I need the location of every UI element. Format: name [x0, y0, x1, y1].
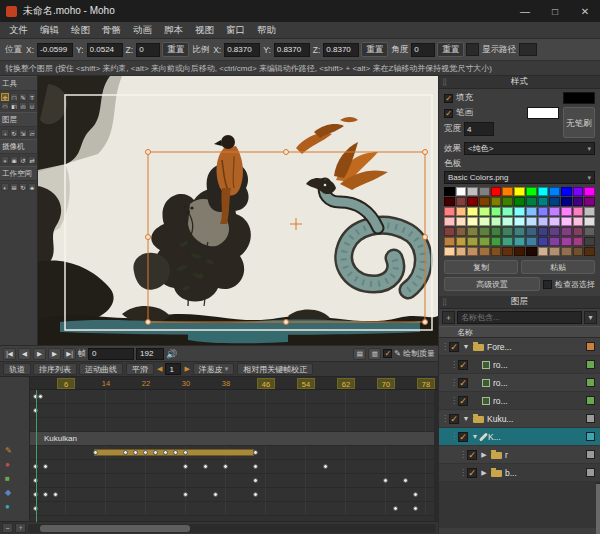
- keyframe[interactable]: [413, 506, 418, 511]
- timeline-channel-row[interactable]: [30, 460, 438, 474]
- palette-swatch[interactable]: [549, 217, 560, 226]
- timeline-channel-row[interactable]: [30, 390, 438, 404]
- filter-options-button[interactable]: ▾: [584, 311, 597, 324]
- palette-swatch[interactable]: [514, 197, 525, 206]
- keyframe[interactable]: [223, 464, 228, 469]
- step-back-button[interactable]: ◀: [18, 348, 31, 360]
- palette-swatch[interactable]: [467, 187, 478, 196]
- layer-color-chip[interactable]: [586, 432, 595, 441]
- palette-swatch[interactable]: [456, 207, 467, 216]
- palette-swatch[interactable]: [444, 247, 455, 256]
- palette-swatch[interactable]: [538, 247, 549, 256]
- palette-swatch[interactable]: [444, 237, 455, 246]
- palette-swatch[interactable]: [561, 247, 572, 256]
- camera-zoom-tool[interactable]: ◉: [10, 156, 18, 164]
- layer-color-chip[interactable]: [586, 342, 595, 351]
- keyframe[interactable]: [43, 492, 48, 497]
- menu-item[interactable]: 脚本: [158, 23, 189, 38]
- keyframe[interactable]: [133, 450, 138, 455]
- no-brush-button[interactable]: 无笔刷: [563, 107, 595, 138]
- bone-channel-icon[interactable]: ●: [5, 502, 10, 512]
- pen-tool[interactable]: ✎: [19, 93, 27, 101]
- visibility-checkbox[interactable]: ✓: [449, 414, 459, 424]
- keyframe[interactable]: [383, 478, 388, 483]
- relative-keyframes-button[interactable]: 相对用关键帧校正: [237, 363, 313, 375]
- palette-swatch[interactable]: [479, 227, 490, 236]
- position-y-field[interactable]: [87, 43, 123, 57]
- canvas[interactable]: [38, 76, 438, 345]
- timeline-display-toggle-1[interactable]: ▤: [353, 348, 366, 360]
- layer-translate-tool[interactable]: ＋: [1, 129, 9, 137]
- layer-row[interactable]: ⋮✓▼K...: [439, 428, 600, 446]
- paste-style-button[interactable]: 粘贴: [521, 260, 595, 274]
- palette-swatch[interactable]: [561, 237, 572, 246]
- layer-row[interactable]: ⋮✓ro...: [439, 374, 600, 392]
- layer-color-chip[interactable]: [586, 450, 595, 459]
- palette-swatch[interactable]: [456, 217, 467, 226]
- position-x-field[interactable]: [37, 43, 73, 57]
- play-button[interactable]: ▶: [33, 348, 46, 360]
- layer-row[interactable]: ⋮✓ro...: [439, 356, 600, 374]
- reset-angle-button[interactable]: 重置: [437, 42, 464, 57]
- keyframe[interactable]: [403, 478, 408, 483]
- palette-swatch[interactable]: [584, 197, 595, 206]
- palette-swatch[interactable]: [526, 237, 537, 246]
- drag-handle-icon[interactable]: ⋮: [450, 396, 455, 405]
- effect-dropdown[interactable]: <纯色> ▾: [464, 142, 595, 155]
- palette-swatch[interactable]: [444, 197, 455, 206]
- timeline-tab[interactable]: 运动曲线: [79, 363, 123, 375]
- palette-swatch[interactable]: [549, 227, 560, 236]
- palette-swatch[interactable]: [467, 247, 478, 256]
- palette-swatch[interactable]: [526, 207, 537, 216]
- layer-row[interactable]: ⋮✓▶b...: [439, 464, 600, 482]
- palette-swatch[interactable]: [479, 217, 490, 226]
- palette-swatch[interactable]: [456, 197, 467, 206]
- palette-swatch[interactable]: [584, 247, 595, 256]
- layer-row[interactable]: ⋮✓ro...: [439, 392, 600, 410]
- camera-roll-tool[interactable]: ↺: [19, 156, 27, 164]
- keyframe[interactable]: [93, 450, 98, 455]
- hscroll-thumb[interactable]: [40, 525, 190, 532]
- rotation-channel-icon[interactable]: ●: [5, 460, 10, 470]
- palette-swatch[interactable]: [549, 247, 560, 256]
- palette-swatch[interactable]: [514, 187, 525, 196]
- palette-swatch[interactable]: [561, 217, 572, 226]
- visibility-checkbox[interactable]: ✓: [467, 468, 477, 478]
- palette-swatch[interactable]: [479, 237, 490, 246]
- inspector-select-checkbox[interactable]: [543, 280, 552, 289]
- palette-swatch[interactable]: [561, 207, 572, 216]
- menu-item[interactable]: 视图: [189, 23, 220, 38]
- keyframe[interactable]: [143, 450, 148, 455]
- palette-swatch[interactable]: [514, 237, 525, 246]
- text-tool[interactable]: T: [28, 93, 36, 101]
- timeline-channel-row[interactable]: [30, 446, 438, 460]
- palette-swatch[interactable]: [444, 187, 455, 196]
- layer-filter-input[interactable]: [457, 311, 582, 324]
- expand-toggle-icon[interactable]: ▶: [480, 451, 488, 459]
- palette-swatch[interactable]: [467, 207, 478, 216]
- palette-swatch[interactable]: [538, 207, 549, 216]
- visibility-checkbox[interactable]: ✓: [458, 432, 468, 442]
- timeline-channel-row[interactable]: [30, 502, 438, 516]
- palette-swatch[interactable]: [526, 187, 537, 196]
- reset-scale-button[interactable]: 重置: [361, 42, 388, 57]
- pencil-channel-icon[interactable]: ✎: [5, 446, 12, 456]
- timeline-zoom-in-button[interactable]: ＋: [15, 523, 26, 533]
- palette-swatch[interactable]: [467, 217, 478, 226]
- close-button[interactable]: ✕: [570, 0, 600, 22]
- palette-swatch[interactable]: [491, 237, 502, 246]
- timeline-channel-row[interactable]: [30, 404, 438, 418]
- layer-color-chip[interactable]: [586, 414, 595, 423]
- palette-swatch[interactable]: [467, 197, 478, 206]
- camera-track-tool[interactable]: ⌖: [1, 156, 9, 164]
- menu-item[interactable]: 动画: [127, 23, 158, 38]
- keyframe[interactable]: [183, 492, 188, 497]
- expand-toggle-icon[interactable]: ▶: [480, 469, 488, 477]
- curvature-tool[interactable]: ◠: [1, 102, 9, 110]
- keyframe[interactable]: [203, 464, 208, 469]
- eyedropper-tool[interactable]: ◎: [19, 102, 27, 110]
- timeline-display-toggle-2[interactable]: ▥: [368, 348, 381, 360]
- keyframe[interactable]: [173, 450, 178, 455]
- jump-start-button[interactable]: |◀: [3, 348, 16, 360]
- palette-swatch[interactable]: [502, 227, 513, 236]
